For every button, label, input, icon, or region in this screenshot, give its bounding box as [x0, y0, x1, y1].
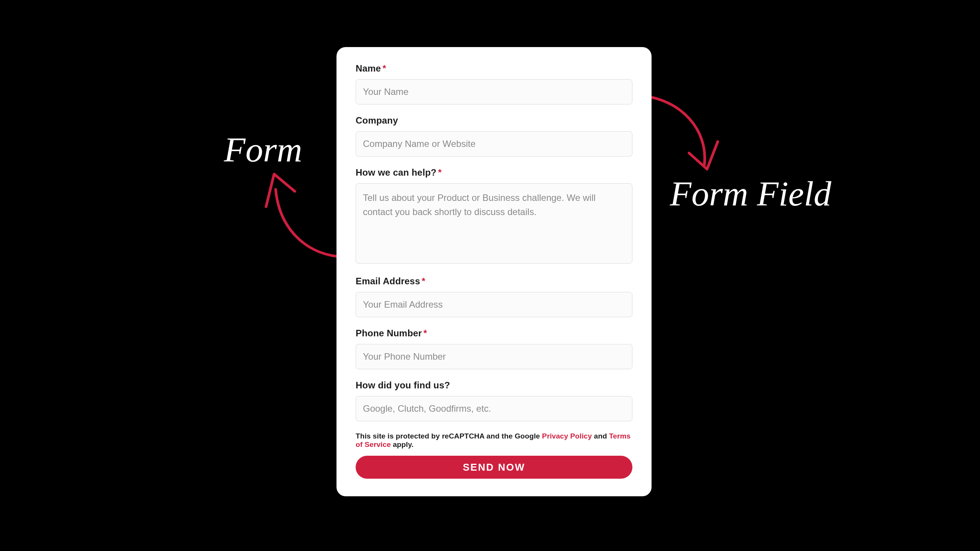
- company-label: Company: [356, 115, 632, 126]
- recaptcha-disclaimer: This site is protected by reCAPTCHA and …: [356, 432, 632, 449]
- privacy-policy-link[interactable]: Privacy Policy: [542, 432, 592, 440]
- company-input[interactable]: [356, 131, 632, 156]
- findus-input[interactable]: [356, 396, 632, 421]
- phone-input[interactable]: [356, 344, 632, 369]
- name-input[interactable]: [356, 79, 632, 104]
- annotation-form: Form: [224, 132, 302, 167]
- help-textarea[interactable]: [356, 183, 632, 264]
- help-label: How we can help?*: [356, 167, 632, 178]
- contact-form: Name* Company How we can help?* Email Ad…: [336, 47, 652, 496]
- email-label: Email Address*: [356, 276, 632, 287]
- phone-label: Phone Number*: [356, 328, 632, 339]
- send-now-button[interactable]: SEND NOW: [356, 456, 632, 479]
- annotation-form-field: Form Field: [670, 176, 831, 211]
- name-label: Name*: [356, 63, 632, 74]
- findus-label: How did you find us?: [356, 380, 632, 391]
- email-input[interactable]: [356, 292, 632, 317]
